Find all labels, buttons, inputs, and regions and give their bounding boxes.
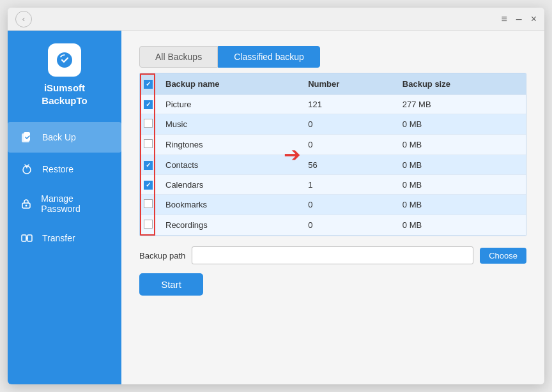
row-name-bookmarks: Bookmarks (159, 195, 302, 215)
row-number-picture: 121 (302, 94, 396, 114)
minimize-icon[interactable]: – (516, 14, 522, 24)
backup-path-label: Backup path (139, 251, 185, 260)
row-name-picture: Picture (159, 94, 302, 114)
header-checkbox-cell (140, 73, 159, 94)
svg-rect-7 (27, 235, 32, 241)
tab-classified-backup[interactable]: Classified backup (218, 46, 320, 68)
row-checkbox-calendars[interactable] (144, 181, 153, 190)
sidebar-item-backup-label: Back Up (42, 132, 76, 142)
footer-area: Backup path Choose Start (139, 246, 526, 296)
row-checkbox-recordings[interactable] (144, 220, 153, 229)
logo-text: iSumsoftBackupTo (42, 82, 87, 107)
row-name-calendars: Calendars (159, 175, 302, 195)
row-name-recordings: Recordings (159, 215, 302, 236)
header-checkbox[interactable] (144, 80, 153, 89)
menu-icon[interactable]: ≡ (501, 14, 507, 24)
sidebar-item-transfer-label: Transfer (42, 233, 75, 243)
row-size-music: 0 MB (396, 114, 526, 135)
row-size-bookmarks: 0 MB (396, 195, 526, 215)
row-size-picture: 277 MB (396, 94, 526, 114)
tabs: All Backups Classified backup (139, 46, 526, 68)
title-bar-left: ‹ (15, 11, 32, 27)
backup-path-row: Backup path Choose (139, 246, 526, 264)
logo-icon (48, 43, 81, 77)
row-number-ringtones: 0 (302, 135, 396, 155)
logo-area: iSumsoftBackupTo (42, 43, 87, 107)
row-number-contacts: 56 (302, 155, 396, 175)
table-row: Picture121277 MB (140, 94, 526, 114)
row-size-calendars: 0 MB (396, 175, 526, 195)
row-name-music: Music (159, 114, 302, 135)
table-row: Music00 MB (140, 114, 526, 135)
svg-point-5 (26, 205, 27, 207)
row-name-ringtones: Ringtones (159, 135, 302, 155)
main-content: iSumsoftBackupTo Back Up (8, 31, 544, 384)
backup-icon (19, 130, 34, 145)
manage-password-icon (19, 196, 33, 211)
table-row: Bookmarks00 MB (140, 195, 526, 215)
header-number: Number (302, 73, 396, 94)
backup-table: Backup name Number Backup size (140, 73, 526, 236)
sidebar-item-manage-password-label: Manage Password (41, 193, 110, 214)
sidebar-item-backup[interactable]: Back Up (8, 122, 121, 153)
row-size-contacts: 0 MB (396, 155, 526, 175)
row-number-bookmarks: 0 (302, 195, 396, 215)
table-row: Calendars10 MB (140, 175, 526, 195)
backup-path-input[interactable] (192, 246, 473, 264)
header-backup-name: Backup name (159, 73, 302, 94)
sidebar-item-manage-password[interactable]: Manage Password (8, 186, 121, 222)
row-checkbox-picture[interactable] (144, 100, 153, 109)
right-panel: All Backups Classified backup ➔ (121, 31, 544, 384)
table-wrapper: Backup name Number Backup size (139, 73, 526, 236)
row-name-contacts: Contacts (159, 155, 302, 175)
sidebar-item-transfer[interactable]: Transfer (8, 223, 121, 253)
row-checkbox-bookmarks[interactable] (144, 199, 153, 208)
title-bar: ‹ ≡ – × (8, 8, 544, 31)
row-checkbox-contacts[interactable] (144, 161, 153, 170)
svg-rect-6 (22, 235, 26, 241)
sidebar-item-restore-label: Restore (42, 164, 73, 174)
table-header-row: Backup name Number Backup size (140, 73, 526, 94)
sidebar-item-restore[interactable]: Restore (8, 154, 121, 185)
row-size-ringtones: 0 MB (396, 135, 526, 155)
table-row: Ringtones00 MB (140, 135, 526, 155)
row-number-recordings: 0 (302, 215, 396, 236)
main-window: ‹ ≡ – × iSumsoftBackupTo (8, 8, 544, 384)
back-icon: ‹ (22, 14, 25, 24)
sidebar: iSumsoftBackupTo Back Up (8, 31, 121, 384)
row-size-recordings: 0 MB (396, 215, 526, 236)
title-bar-right: ≡ – × (501, 14, 537, 24)
choose-button[interactable]: Choose (480, 248, 526, 264)
row-number-music: 0 (302, 114, 396, 135)
tab-all-backups[interactable]: All Backups (139, 46, 218, 68)
start-button[interactable]: Start (139, 273, 203, 296)
sidebar-nav: Back Up Restore (8, 122, 121, 253)
row-checkbox-ringtones[interactable] (144, 139, 153, 148)
back-button[interactable]: ‹ (15, 11, 32, 27)
header-backup-size: Backup size (396, 73, 526, 94)
table-row: Contacts560 MB (140, 155, 526, 175)
close-icon[interactable]: × (531, 14, 537, 24)
restore-icon (19, 162, 34, 177)
table-row: Recordings00 MB (140, 215, 526, 236)
row-checkbox-music[interactable] (144, 119, 153, 128)
transfer-icon (19, 230, 34, 246)
row-number-calendars: 1 (302, 175, 396, 195)
